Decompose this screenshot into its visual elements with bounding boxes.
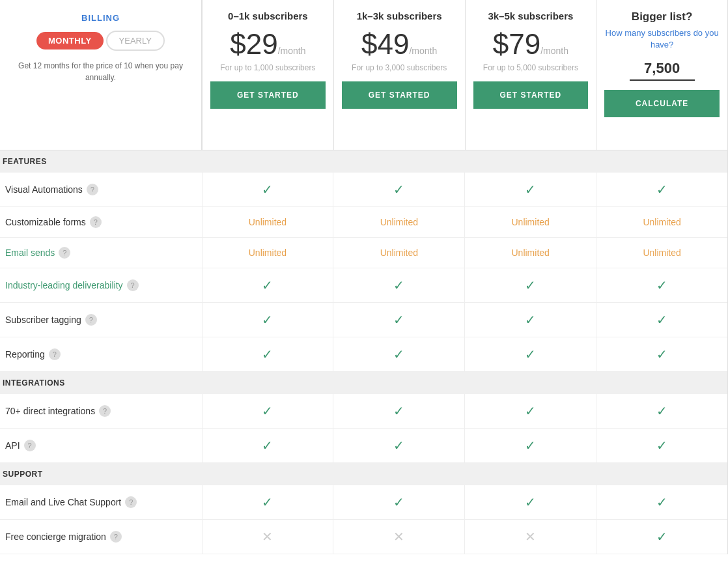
- feature-email-sends-col1: Unlimited: [202, 238, 333, 268]
- plan-1k: 0–1k subscribers $29/month For up to 1,0…: [202, 0, 333, 150]
- check-icon: ✓: [656, 182, 667, 197]
- feature-api-col4: ✓: [596, 429, 728, 463]
- cross-icon: ✕: [393, 529, 404, 545]
- info-icon[interactable]: ?: [85, 314, 97, 326]
- check-icon: ✓: [525, 277, 536, 293]
- feature-label: Reporting: [5, 349, 45, 360]
- section-integrations: INTEGRATIONS: [0, 372, 728, 395]
- unlimited-text: Unlimited: [512, 217, 550, 227]
- check-icon: ✓: [393, 312, 404, 328]
- check-icon: ✓: [656, 438, 667, 453]
- plan-5k-subtitle: For up to 5,000 subscribers: [473, 63, 589, 72]
- plan-1k-price: $29: [230, 28, 277, 60]
- table-row: Email sends ? Unlimited Unlimited Unlimi…: [0, 238, 728, 268]
- info-icon[interactable]: ?: [99, 405, 111, 417]
- plan-1k-title: 0–1k subscribers: [210, 10, 326, 21]
- feature-visual-automations-col2: ✓: [333, 173, 465, 207]
- pricing-page: BILLING MONTHLY YEARLY Get 12 months for…: [0, 0, 728, 566]
- yearly-toggle[interactable]: YEARLY: [106, 31, 165, 51]
- billing-panel: BILLING MONTHLY YEARLY Get 12 months for…: [0, 0, 202, 150]
- feature-migration-col3: ✕: [465, 520, 596, 554]
- section-integrations-label: INTEGRATIONS: [0, 372, 202, 395]
- feature-livechat-col1: ✓: [202, 485, 333, 520]
- plan-1k-period: /month: [278, 46, 306, 56]
- feature-tagging-col3: ✓: [465, 303, 596, 337]
- feature-email-sends-col4: Unlimited: [596, 238, 728, 268]
- feature-visual-automations-col3: ✓: [465, 173, 596, 207]
- check-icon: ✓: [393, 277, 404, 293]
- info-icon[interactable]: ?: [127, 279, 139, 291]
- check-icon: ✓: [525, 438, 536, 453]
- billing-toggle: MONTHLY YEARLY: [36, 31, 165, 51]
- info-icon[interactable]: ?: [59, 247, 70, 259]
- feature-custom-forms-col3: Unlimited: [465, 207, 596, 238]
- feature-label: Visual Automations: [5, 184, 83, 195]
- plan-5k-title: 3k–5k subscribers: [473, 10, 589, 21]
- info-icon[interactable]: ?: [87, 184, 98, 195]
- feature-integrations-name: 70+ direct integrations ?: [0, 394, 202, 429]
- plan-3k-period: /month: [409, 46, 437, 56]
- feature-email-sends-col2: Unlimited: [333, 238, 465, 268]
- plan-1k-cta[interactable]: GET STARTED: [210, 81, 326, 109]
- info-icon[interactable]: ?: [24, 440, 36, 451]
- plan-3k: 1k–3k subscribers $49/month For up to 3,…: [333, 0, 465, 150]
- info-icon[interactable]: ?: [90, 216, 102, 228]
- feature-livechat-col4: ✓: [596, 485, 728, 520]
- unlimited-text: Unlimited: [643, 248, 680, 258]
- subscriber-count-input[interactable]: [630, 57, 695, 81]
- unlimited-text: Unlimited: [643, 217, 680, 227]
- feature-email-sends-name: Email sends ?: [0, 238, 202, 268]
- cross-icon: ✕: [262, 529, 273, 545]
- monthly-toggle[interactable]: MONTHLY: [36, 32, 104, 50]
- feature-migration-name: Free concierge migration ?: [0, 520, 202, 554]
- check-icon: ✓: [262, 347, 273, 362]
- feature-livechat-col2: ✓: [333, 485, 465, 520]
- table-row: Customizable forms ? Unlimited Unlimited…: [0, 207, 728, 238]
- info-icon[interactable]: ?: [110, 531, 122, 543]
- check-icon: ✓: [525, 403, 536, 419]
- table-row: Subscriber tagging ? ✓ ✓ ✓ ✓: [0, 303, 728, 337]
- feature-migration-col2: ✕: [333, 520, 465, 554]
- check-icon: ✓: [262, 494, 273, 510]
- billing-note: Get 12 months for the price of 10 when y…: [13, 60, 188, 83]
- feature-table: FEATURES Visual Automations ? ✓ ✓ ✓ ✓: [0, 150, 728, 554]
- plan-5k-price: $79: [493, 28, 540, 60]
- feature-livechat-col3: ✓: [465, 485, 596, 520]
- plan-bigger-question: How many subscribers do you have?: [604, 27, 720, 51]
- feature-deliverability-name: Industry-leading deliverability ?: [0, 268, 202, 303]
- plan-5k-cta[interactable]: GET STARTED: [473, 81, 589, 109]
- section-support-label: SUPPORT: [0, 463, 202, 486]
- feature-label: Email and Live Chat Support: [5, 497, 121, 507]
- unlimited-text: Unlimited: [380, 217, 418, 227]
- unlimited-text: Unlimited: [380, 248, 418, 258]
- check-icon: ✓: [525, 312, 536, 328]
- info-icon[interactable]: ?: [49, 348, 61, 360]
- plan-3k-cta[interactable]: GET STARTED: [342, 81, 457, 109]
- plan-bigger: Bigger list? How many subscribers do you…: [596, 0, 728, 150]
- check-icon: ✓: [525, 347, 536, 362]
- check-icon: ✓: [393, 347, 404, 362]
- plan-5k: 3k–5k subscribers $79/month For up to 5,…: [465, 0, 596, 150]
- feature-reporting-col2: ✓: [333, 337, 465, 372]
- feature-integrations-col2: ✓: [333, 394, 465, 429]
- feature-deliverability-col2: ✓: [333, 268, 465, 303]
- check-icon: ✓: [393, 438, 404, 453]
- feature-deliverability-col4: ✓: [596, 268, 728, 303]
- table-row: Industry-leading deliverability ? ✓ ✓ ✓ …: [0, 268, 728, 303]
- feature-tagging-name: Subscriber tagging ?: [0, 303, 202, 337]
- calculate-button[interactable]: CALCULATE: [604, 90, 720, 117]
- check-icon: ✓: [525, 182, 536, 197]
- unlimited-text: Unlimited: [512, 248, 550, 258]
- feature-visual-automations-col4: ✓: [596, 173, 728, 207]
- plan-1k-subtitle: For up to 1,000 subscribers: [210, 63, 326, 72]
- table-row: Reporting ? ✓ ✓ ✓ ✓: [0, 337, 728, 372]
- feature-integrations-col4: ✓: [596, 394, 728, 429]
- section-features: FEATURES: [0, 150, 728, 173]
- unlimited-text: Unlimited: [249, 217, 287, 227]
- check-icon: ✓: [393, 403, 404, 419]
- feature-livechat-name: Email and Live Chat Support ?: [0, 485, 202, 520]
- feature-label: Subscriber tagging: [5, 315, 81, 325]
- billing-title: BILLING: [81, 13, 120, 23]
- feature-tagging-col4: ✓: [596, 303, 728, 337]
- info-icon[interactable]: ?: [125, 496, 137, 508]
